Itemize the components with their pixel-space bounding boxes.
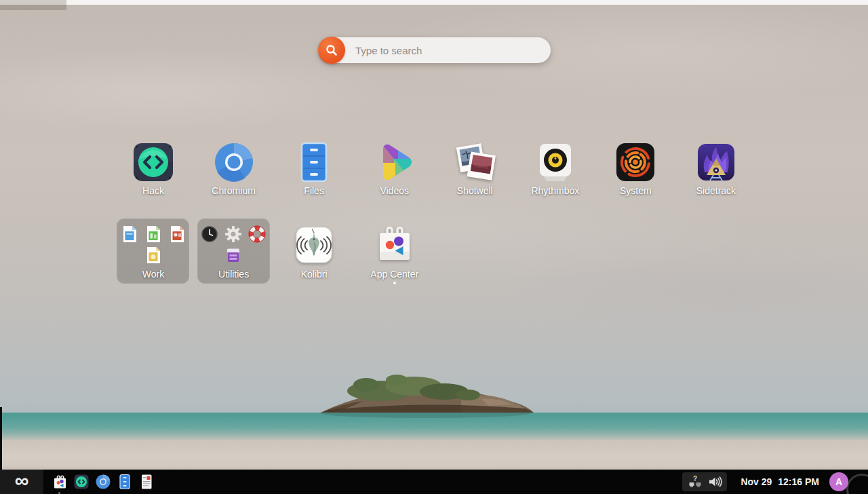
top-left-tab-artifact <box>0 0 66 10</box>
app-label: System <box>598 185 673 196</box>
chromium-taskbar-icon[interactable] <box>95 474 111 490</box>
folder-work[interactable]: Work <box>116 217 191 288</box>
app-center-icon <box>375 224 414 267</box>
gear-icon <box>224 225 242 243</box>
hack-taskbar-icon[interactable] <box>73 474 90 490</box>
rhythmbox-icon <box>534 141 576 183</box>
app-label: Files <box>277 185 351 196</box>
svg-text:?: ? <box>692 475 696 482</box>
app-videos[interactable]: Videos <box>357 141 432 202</box>
system-tray[interactable]: ? <box>682 472 727 491</box>
app-center-taskbar-icon[interactable] <box>52 474 68 490</box>
search-icon <box>318 37 345 64</box>
app-shotwell[interactable]: Shotwell <box>437 141 512 202</box>
app-label: Videos <box>357 185 432 196</box>
new-app-indicator-dot <box>393 282 396 284</box>
avatar-initial: A <box>835 476 842 487</box>
hack-icon <box>132 141 174 183</box>
app-label: Sidetrack <box>679 185 753 196</box>
wallpaper-island <box>309 365 539 419</box>
videos-icon <box>374 141 416 183</box>
clock-icon <box>201 225 218 243</box>
app-rhythmbox[interactable]: Rhythmbox <box>518 141 593 202</box>
left-edge-artifact <box>0 407 2 470</box>
app-label: Hack <box>116 185 191 196</box>
app-grid-row-2: Work <box>116 217 753 288</box>
app-label: Chromium <box>197 185 271 196</box>
clock[interactable]: Nov 29 12:16 PM <box>741 470 819 494</box>
network-unknown-icon: ? <box>688 474 703 489</box>
app-sidetrack[interactable]: Sidetrack <box>679 141 753 202</box>
app-chromium[interactable]: Chromium <box>197 141 271 202</box>
taskbar-app-icons <box>52 470 155 494</box>
app-kolibri[interactable]: Kolibri <box>277 217 351 288</box>
sidetrack-icon <box>695 141 737 183</box>
folder-label: Utilities <box>197 269 271 280</box>
lifebuoy-icon <box>248 225 266 243</box>
app-label: App Center <box>357 269 432 280</box>
taskbar: ∞ <box>0 470 868 494</box>
app-hack[interactable]: Hack <box>116 141 191 202</box>
impress-doc-icon <box>168 225 186 243</box>
wallpaper-beach <box>0 440 868 470</box>
endless-menu-button[interactable]: ∞ <box>0 470 43 494</box>
files-taskbar-icon[interactable] <box>117 474 133 490</box>
app-label: Shotwell <box>437 185 512 196</box>
search-input[interactable] <box>355 37 538 63</box>
search-bar[interactable] <box>319 37 551 63</box>
app-app-center[interactable]: App Center <box>357 217 432 288</box>
app-label: Rhythmbox <box>518 185 593 196</box>
shotwell-icon <box>454 141 496 183</box>
app-grid-row-1: Hack Chromium <box>116 141 753 202</box>
app-label: Kolibri <box>277 269 351 280</box>
app-system[interactable]: System <box>598 141 673 202</box>
kolibri-icon <box>296 227 332 266</box>
writer-doc-icon <box>121 225 138 243</box>
folder-utilities[interactable]: Utilities <box>197 217 271 288</box>
top-frame-strip <box>0 0 868 5</box>
chromium-icon <box>213 141 255 183</box>
calc-doc-icon <box>144 225 162 243</box>
endless-infinity-logo-icon: ∞ <box>15 471 29 491</box>
app-files[interactable]: Files <box>277 141 351 202</box>
files-icon <box>293 141 335 183</box>
clock-date: Nov 29 <box>741 476 772 487</box>
folder-label: Work <box>116 269 191 280</box>
document-taskbar-icon[interactable] <box>138 474 155 490</box>
desktop-screen: Hack Chromium <box>0 0 868 494</box>
system-icon <box>614 141 656 183</box>
clock-time: 12:16 PM <box>778 476 819 487</box>
archive-icon <box>224 246 242 264</box>
draw-doc-icon <box>144 246 162 264</box>
volume-icon <box>707 474 722 489</box>
user-avatar[interactable]: A <box>829 472 848 491</box>
